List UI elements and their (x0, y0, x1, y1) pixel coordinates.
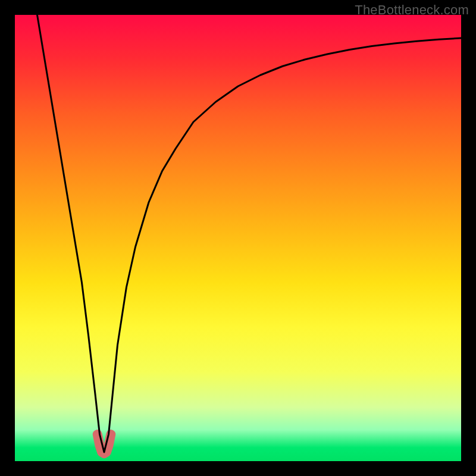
watermark: TheBottleneck.com (355, 2, 469, 18)
bottleneck-curve (37, 15, 462, 452)
chart-frame (15, 15, 461, 461)
chart-svg (15, 15, 461, 461)
